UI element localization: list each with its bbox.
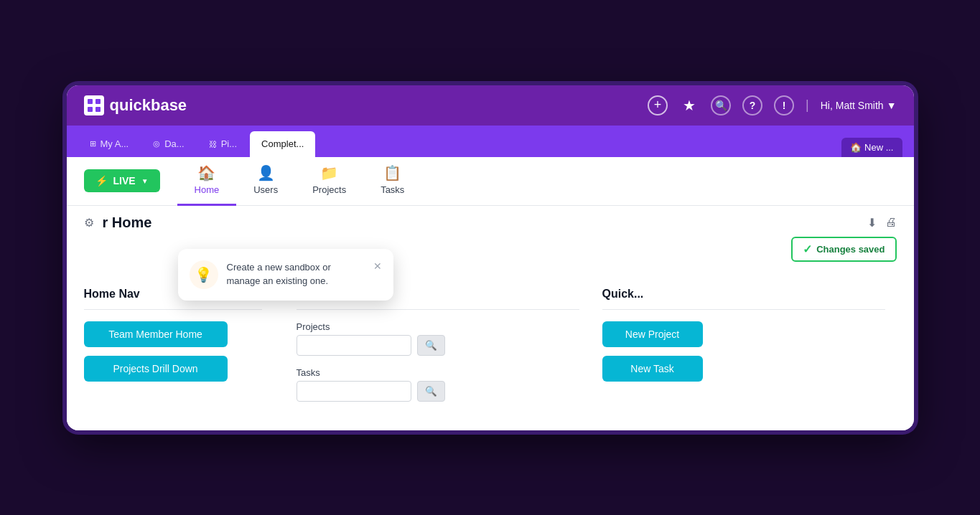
home-nav-section: Home Nav Team Member Home Projects Drill… — [84, 288, 285, 413]
tab-icon-dashboard: ◎ — [153, 139, 160, 148]
header-row: ⚙ r Home ⬇ 🖨 — [67, 206, 914, 237]
tab-label-my-apps: My A... — [101, 138, 129, 149]
live-chevron: ▼ — [141, 177, 149, 185]
print-icon[interactable]: 🖨 — [885, 216, 897, 229]
nav-tab-home[interactable]: 🏠 Home — [177, 156, 237, 206]
team-member-home-button[interactable]: Team Member Home — [84, 321, 228, 347]
nav-tab-tasks-label: Tasks — [381, 184, 404, 195]
svg-rect-1 — [95, 99, 101, 104]
users-nav-icon: 👤 — [257, 164, 275, 181]
svg-rect-0 — [88, 99, 93, 104]
new-task-button[interactable]: New Task — [602, 356, 703, 382]
tabs-bar-right: 🏠 New ... — [841, 138, 902, 157]
tab-label-complete: Complet... — [261, 138, 304, 149]
nav-tab-users[interactable]: 👤 Users — [236, 156, 295, 206]
tab-icon-pipelines: ⛓ — [209, 140, 217, 148]
tasks-field-row: 🔍 — [297, 381, 579, 402]
tasks-nav-icon: 📋 — [383, 164, 401, 181]
tasks-search-button[interactable]: 🔍 — [417, 381, 445, 402]
tooltip-popup: 💡 Create a new sandbox or manage an exis… — [178, 249, 393, 301]
tab-my-apps[interactable]: ⊞ My A... — [78, 131, 141, 157]
tasks-field-group: Tasks 🔍 — [297, 367, 579, 402]
projects-search-button[interactable]: 🔍 — [417, 335, 445, 356]
tab-complete[interactable]: Complet... — [250, 131, 315, 157]
quick-search-divider — [297, 309, 579, 310]
browser-window: quickbase + ★ 🔍 ? ! | Hi, Matt Smith ▼ ⊞… — [67, 85, 914, 430]
sub-nav: ⚡ LIVE ▼ 🏠 Home 👤 Users 📁 Projects 📋 Tas… — [67, 157, 914, 206]
user-greeting-text: Hi, Matt Smith — [821, 100, 884, 111]
tab-label-pipelines: Pi... — [221, 138, 237, 149]
live-icon: ⚡ — [95, 175, 108, 186]
changes-saved-text: Changes saved — [816, 244, 885, 255]
new-button-icon: 🏠 — [850, 142, 862, 153]
live-label: LIVE — [113, 175, 136, 186]
projects-search-input[interactable] — [297, 335, 411, 356]
quick-search-section: Quick... Projects 🔍 Tasks 🔍 — [285, 288, 591, 413]
search-icon[interactable]: 🔍 — [711, 95, 731, 115]
new-button-label: New ... — [864, 142, 893, 153]
changes-saved-badge: ✓ Changes saved — [791, 237, 896, 262]
quick-actions-section: Quick... New Project New Task — [591, 288, 897, 413]
download-icon[interactable]: ⬇ — [867, 216, 877, 230]
nav-tab-projects-label: Projects — [312, 184, 346, 195]
logo-icon — [84, 95, 104, 115]
page-title: r Home — [103, 214, 152, 231]
logo: quickbase — [84, 95, 187, 115]
top-bar-right: + ★ 🔍 ? ! | Hi, Matt Smith ▼ — [648, 95, 896, 115]
tab-pipelines[interactable]: ⛓ Pi... — [197, 131, 248, 157]
projects-drill-down-button[interactable]: Projects Drill Down — [84, 356, 228, 382]
svg-rect-2 — [88, 107, 93, 112]
home-nav-icon: 🏠 — [197, 164, 215, 181]
tab-icon-my-apps: ⊞ — [90, 139, 96, 148]
nav-tab-projects[interactable]: 📁 Projects — [295, 156, 363, 206]
favorites-icon[interactable]: ★ — [679, 95, 699, 115]
main-content: ⚙ r Home ⬇ 🖨 ✓ Changes saved 💡 Create a … — [67, 206, 914, 430]
add-icon[interactable]: + — [648, 95, 668, 115]
help-icon[interactable]: ? — [742, 95, 762, 115]
projects-field-group: Projects 🔍 — [297, 321, 579, 356]
quick-actions-divider — [602, 309, 885, 310]
projects-field-row: 🔍 — [297, 335, 579, 356]
user-greeting[interactable]: Hi, Matt Smith ▼ — [821, 100, 897, 111]
settings-icon[interactable]: ⚙ — [84, 216, 94, 230]
projects-nav-icon: 📁 — [320, 164, 338, 181]
tabs-bar: ⊞ My A... ◎ Da... ⛓ Pi... Complet... 🏠 N… — [67, 126, 914, 157]
changes-saved-icon: ✓ — [803, 242, 812, 256]
new-project-button[interactable]: New Project — [602, 321, 703, 347]
svg-rect-3 — [95, 107, 101, 112]
projects-field-label: Projects — [297, 321, 579, 332]
nav-tab-tasks[interactable]: 📋 Tasks — [363, 156, 421, 206]
header-left: ⚙ r Home — [84, 214, 152, 231]
tooltip-text: Create a new sandbox or manage an existi… — [227, 260, 365, 288]
tasks-search-input[interactable] — [297, 381, 411, 402]
divider: | — [806, 98, 809, 113]
tasks-field-label: Tasks — [297, 367, 579, 378]
top-bar: quickbase + ★ 🔍 ? ! | Hi, Matt Smith ▼ — [67, 85, 914, 126]
tab-label-dashboard: Da... — [164, 138, 184, 149]
tooltip-close-button[interactable]: ✕ — [373, 260, 382, 272]
user-dropdown-icon: ▼ — [887, 100, 897, 111]
tooltip-lightbulb-icon: 💡 — [190, 260, 218, 289]
logo-text: quickbase — [110, 96, 187, 115]
alert-icon[interactable]: ! — [774, 95, 794, 115]
home-nav-divider — [84, 309, 262, 310]
header-right: ⬇ 🖨 — [867, 216, 897, 230]
nav-tab-home-label: Home — [195, 184, 220, 195]
tab-dashboard[interactable]: ◎ Da... — [141, 131, 195, 157]
page-title-text: r Home — [103, 214, 152, 230]
new-button[interactable]: 🏠 New ... — [841, 138, 902, 157]
live-button[interactable]: ⚡ LIVE ▼ — [84, 169, 160, 192]
nav-tab-users-label: Users — [253, 184, 278, 195]
quick-actions-title: Quick... — [602, 288, 885, 301]
nav-tabs: 🏠 Home 👤 Users 📁 Projects 📋 Tasks — [177, 156, 422, 206]
